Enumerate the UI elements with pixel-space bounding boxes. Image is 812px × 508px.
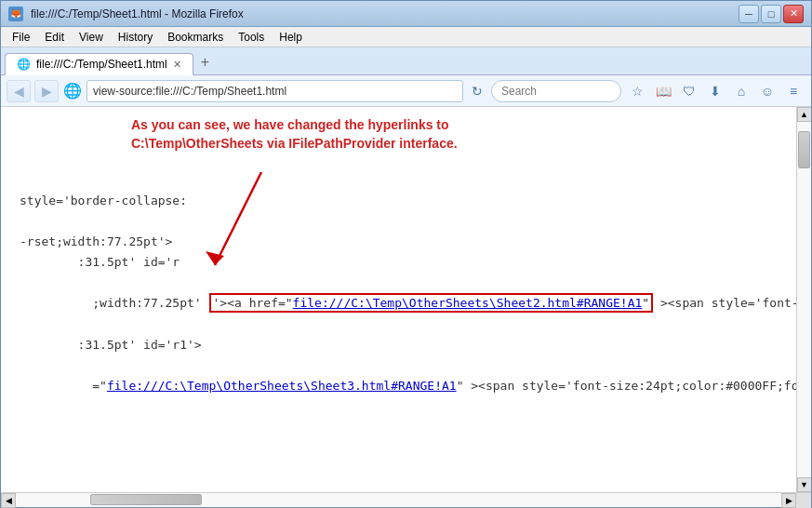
tab-label: file:///C:/Temp/Sheet1.html <box>36 58 167 71</box>
horizontal-scrollbar: ◀ ▶ <box>1 492 811 507</box>
browser-icon: 🦊 <box>8 7 23 21</box>
content-area: As you can see, we have changed the hype… <box>1 107 811 492</box>
annotation-text: As you can see, we have changed the hype… <box>131 116 559 153</box>
menu-bar: File Edit View History Bookmarks Tools H… <box>1 27 811 47</box>
scroll-up-button[interactable]: ▲ <box>797 107 812 122</box>
sheet3-link: file:///C:\Temp\OtherSheets\Sheet3.html#… <box>107 379 457 393</box>
browser-window: 🦊 file:///C:/Temp/Sheet1.html - Mozilla … <box>0 0 812 508</box>
vertical-scrollbar: ▲ ▼ <box>796 107 811 492</box>
scroll-left-button[interactable]: ◀ <box>1 493 16 508</box>
download-icon[interactable]: ⬇ <box>703 80 727 102</box>
annotation: As you can see, we have changed the hype… <box>131 116 559 156</box>
menu-tools[interactable]: Tools <box>231 29 272 46</box>
scroll-corner <box>796 493 811 508</box>
shield-icon[interactable]: 🛡 <box>677 80 701 102</box>
scroll-track-v[interactable] <box>797 122 811 477</box>
scroll-track-h[interactable] <box>16 493 781 507</box>
maximize-button[interactable]: □ <box>761 5 781 23</box>
title-bar-left: 🦊 file:///C:/Temp/Sheet1.html - Mozilla … <box>8 7 244 21</box>
code-line-4: :31.5pt' id='r <box>20 252 778 273</box>
forward-button[interactable]: ▶ <box>34 80 59 102</box>
bookmark-icon[interactable]: 📖 <box>651 80 675 102</box>
menu-history[interactable]: History <box>111 29 160 46</box>
scroll-thumb-v[interactable] <box>798 131 810 168</box>
reload-button[interactable]: ↻ <box>467 81 487 101</box>
window-controls: ─ □ ✕ <box>739 5 804 23</box>
tab-close-button[interactable]: ✕ <box>173 59 181 71</box>
scroll-down-button[interactable]: ▼ <box>797 477 812 492</box>
scroll-thumb-h[interactable] <box>90 494 202 505</box>
menu-icon[interactable]: ≡ <box>781 80 805 102</box>
code-line-1: style='border-collapse: <box>20 191 778 211</box>
address-icon: 🌐 <box>62 81 83 101</box>
back-button[interactable]: ◀ <box>7 80 31 102</box>
code-line-6: :31.5pt' id='r1'> <box>20 335 778 355</box>
main-content: As you can see, we have changed the hype… <box>1 107 796 492</box>
face-icon[interactable]: ☺ <box>755 80 779 102</box>
menu-bookmarks[interactable]: Bookmarks <box>160 29 231 46</box>
code-block: style='border-collapse: -rset;width:77.2… <box>20 191 778 417</box>
menu-help[interactable]: Help <box>272 29 310 46</box>
menu-edit[interactable]: Edit <box>37 29 72 46</box>
address-bar: ◀ ▶ 🌐 ↻ ☆ 📖 🛡 ⬇ ⌂ ☺ ≡ <box>1 75 811 107</box>
address-input[interactable] <box>87 80 463 102</box>
code-line-7: ="file:///C:\Temp\OtherSheets\Sheet3.htm… <box>20 355 778 417</box>
highlighted-link: '><a href="file:///C:\Temp\OtherSheets\S… <box>209 293 654 313</box>
sheet2-link: file:///C:\Temp\OtherSheets\Sheet2.html#… <box>293 296 643 310</box>
code-line-5: ;width:77.25pt' '><a href="file:///C:\Te… <box>20 273 778 334</box>
close-button[interactable]: ✕ <box>783 5 804 23</box>
window-title: file:///C:/Temp/Sheet1.html - Mozilla Fi… <box>31 7 244 20</box>
menu-file[interactable]: File <box>5 29 37 46</box>
home-icon[interactable]: ⌂ <box>729 80 753 102</box>
tab-sheet1[interactable]: 🌐 file:///C:/Temp/Sheet1.html ✕ <box>5 53 193 75</box>
svg-line-0 <box>215 172 261 265</box>
new-tab-button[interactable]: + <box>193 50 217 74</box>
star-icon[interactable]: ☆ <box>625 80 649 102</box>
annotation-arrow <box>206 172 317 284</box>
scroll-right-button[interactable]: ▶ <box>781 493 796 508</box>
title-bar: 🦊 file:///C:/Temp/Sheet1.html - Mozilla … <box>1 1 811 27</box>
toolbar-icons: ☆ 📖 🛡 ⬇ ⌂ ☺ ≡ <box>625 80 805 102</box>
minimize-button[interactable]: ─ <box>739 5 759 23</box>
menu-view[interactable]: View <box>72 29 111 46</box>
tab-icon: 🌐 <box>17 58 31 71</box>
code-line-2 <box>20 211 778 232</box>
search-input[interactable] <box>491 80 621 102</box>
code-line-3: -rset;width:77.25pt'> <box>20 232 778 252</box>
tab-bar: 🌐 file:///C:/Temp/Sheet1.html ✕ + <box>1 47 811 75</box>
